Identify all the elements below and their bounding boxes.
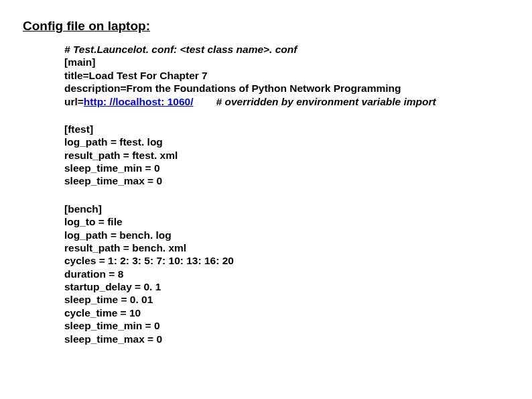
main-section: # Test.Launcelot. conf: <test class name… xyxy=(64,43,509,108)
url-comment: # overridden by environment variable imp… xyxy=(216,96,436,107)
bench-sleep-time-line: sleep_time = 0. 01 xyxy=(64,293,509,306)
ftest-result-path-line: result_path = ftest. xml xyxy=(64,149,509,162)
main-url-line: url=http: //localhost: 1060/# overridden… xyxy=(64,95,509,108)
config-comment: # Test.Launcelot. conf: <test class name… xyxy=(64,43,509,56)
ftest-sleep-min-line: sleep_time_min = 0 xyxy=(64,162,509,174)
bench-section: [bench] log_to = file log_path = bench. … xyxy=(64,203,509,345)
main-section-header: [main] xyxy=(64,56,509,68)
bench-log-to-line: log_to = file xyxy=(64,215,509,228)
ftest-section: [ftest] log_path = ftest. log result_pat… xyxy=(64,123,509,188)
bench-cycle-time-line: cycle_time = 10 xyxy=(64,306,509,319)
url-prefix: url= xyxy=(64,96,84,107)
ftest-section-header: [ftest] xyxy=(64,123,509,135)
bench-duration-line: duration = 8 xyxy=(64,268,509,280)
main-title-line: title=Load Test For Chapter 7 xyxy=(64,69,509,82)
main-description-line: description=From the Foundations of Pyth… xyxy=(64,82,509,95)
url-link[interactable]: http: //localhost: 1060/ xyxy=(84,96,194,107)
config-content: # Test.Launcelot. conf: <test class name… xyxy=(64,43,509,345)
bench-log-path-line: log_path = bench. log xyxy=(64,229,509,241)
ftest-log-path-line: log_path = ftest. log xyxy=(64,135,509,148)
bench-section-header: [bench] xyxy=(64,203,509,215)
bench-sleep-min-line: sleep_time_min = 0 xyxy=(64,319,509,332)
page-heading: Config file on laptop: xyxy=(23,19,509,34)
bench-sleep-max-line: sleep_time_max = 0 xyxy=(64,333,509,345)
bench-cycles-line: cycles = 1: 2: 3: 5: 7: 10: 13: 16: 20 xyxy=(64,254,509,267)
bench-result-path-line: result_path = bench. xml xyxy=(64,241,509,254)
ftest-sleep-max-line: sleep_time_max = 0 xyxy=(64,174,509,187)
bench-startup-delay-line: startup_delay = 0. 1 xyxy=(64,280,509,293)
